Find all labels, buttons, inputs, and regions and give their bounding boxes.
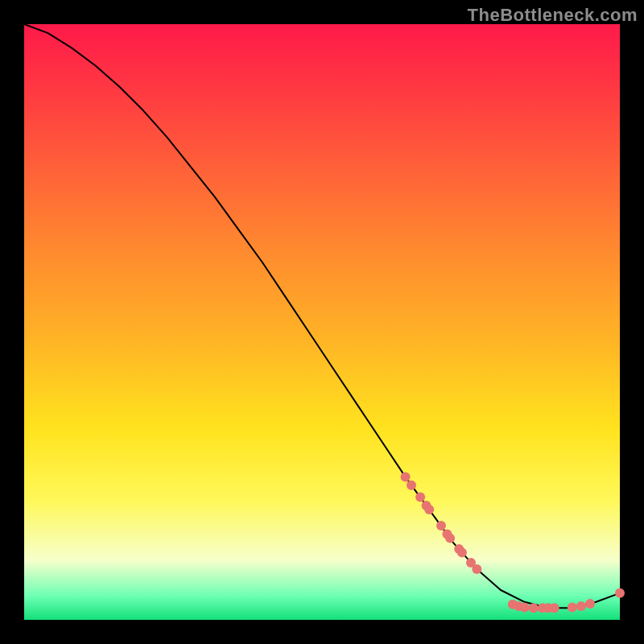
data-marker [585, 599, 595, 609]
data-marker [576, 601, 586, 611]
data-marker [445, 534, 455, 543]
data-marker [457, 547, 467, 557]
curve-line [24, 24, 620, 608]
data-marker [436, 521, 446, 530]
data-marker [550, 603, 559, 613]
chart-svg [24, 24, 620, 620]
data-marker [472, 564, 481, 574]
data-marker [520, 602, 530, 612]
watermark-text: TheBottleneck.com [468, 5, 638, 26]
data-marker [424, 505, 434, 514]
data-marker [615, 588, 625, 598]
data-marker [401, 472, 411, 481]
plot-area [24, 24, 620, 620]
data-marker [407, 481, 416, 490]
data-marker [568, 602, 577, 612]
data-marker [415, 493, 425, 502]
data-marker [529, 603, 539, 613]
chart-frame: TheBottleneck.com [0, 0, 644, 644]
marker-layer [401, 472, 625, 613]
